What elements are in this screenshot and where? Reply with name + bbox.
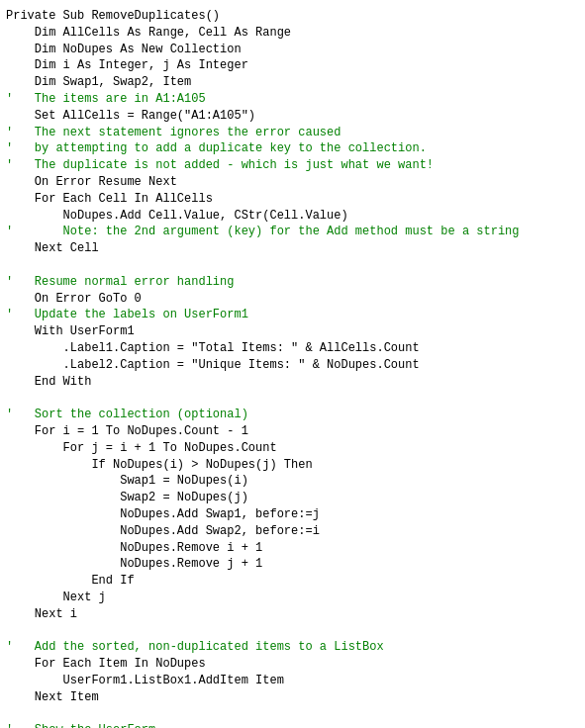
code-line	[4, 705, 581, 722]
code-line: ' Add the sorted, non-duplicated items t…	[4, 639, 581, 656]
code-line: Dim i As Integer, j As Integer	[4, 57, 581, 74]
code-line: Dim Swap1, Swap2, Item	[4, 74, 581, 91]
code-line: ' by attempting to add a duplicate key t…	[4, 140, 581, 157]
code-line: ' The items are in A1:A105	[4, 91, 581, 108]
code-line: For j = i + 1 To NoDupes.Count	[4, 440, 581, 457]
code-line: End With	[4, 374, 581, 391]
code-line: ' Show the UserForm	[4, 722, 581, 728]
code-line: Swap1 = NoDupes(i)	[4, 473, 581, 490]
code-line	[4, 390, 581, 407]
code-line: NoDupes.Remove i + 1	[4, 540, 581, 557]
code-line: .Label1.Caption = "Total Items: " & AllC…	[4, 340, 581, 357]
code-line: Next i	[4, 606, 581, 623]
code-editor: Private Sub RemoveDuplicates() Dim AllCe…	[0, 0, 585, 728]
code-line: ' Note: the 2nd argument (key) for the A…	[4, 224, 581, 240]
code-line: End If	[4, 573, 581, 590]
code-line: Private Sub RemoveDuplicates()	[4, 8, 581, 25]
code-line: Next Cell	[4, 240, 581, 257]
code-line: Dim NoDupes As New Collection	[4, 42, 581, 58]
code-line: NoDupes.Add Swap2, before:=i	[4, 523, 581, 540]
code-line: On Error Resume Next	[4, 174, 581, 191]
code-line	[4, 257, 581, 274]
code-line: ' Sort the collection (optional)	[4, 407, 581, 423]
code-line: UserForm1.ListBox1.AddItem Item	[4, 673, 581, 689]
code-line: On Error GoTo 0	[4, 291, 581, 308]
code-line: ' The duplicate is not added - which is …	[4, 157, 581, 174]
code-line: Swap2 = NoDupes(j)	[4, 490, 581, 506]
code-line: NoDupes.Remove j + 1	[4, 556, 581, 573]
code-line: For Each Cell In AllCells	[4, 191, 581, 208]
code-line: If NoDupes(i) > NoDupes(j) Then	[4, 457, 581, 474]
code-line: Next j	[4, 590, 581, 606]
code-line: Next Item	[4, 689, 581, 706]
code-line: With UserForm1	[4, 323, 581, 340]
code-line: Set AllCells = Range("A1:A105")	[4, 108, 581, 125]
code-line: ' Update the labels on UserForm1	[4, 307, 581, 323]
code-line: NoDupes.Add Cell.Value, CStr(Cell.Value)	[4, 208, 581, 225]
code-line: Dim AllCells As Range, Cell As Range	[4, 25, 581, 42]
code-line: For i = 1 To NoDupes.Count - 1	[4, 423, 581, 440]
code-line	[4, 622, 581, 639]
code-line: For Each Item In NoDupes	[4, 656, 581, 673]
code-line: NoDupes.Add Swap1, before:=j	[4, 506, 581, 523]
code-line: .Label2.Caption = "Unique Items: " & NoD…	[4, 357, 581, 374]
code-line: ' The next statement ignores the error c…	[4, 125, 581, 141]
code-line: ' Resume normal error handling	[4, 274, 581, 291]
